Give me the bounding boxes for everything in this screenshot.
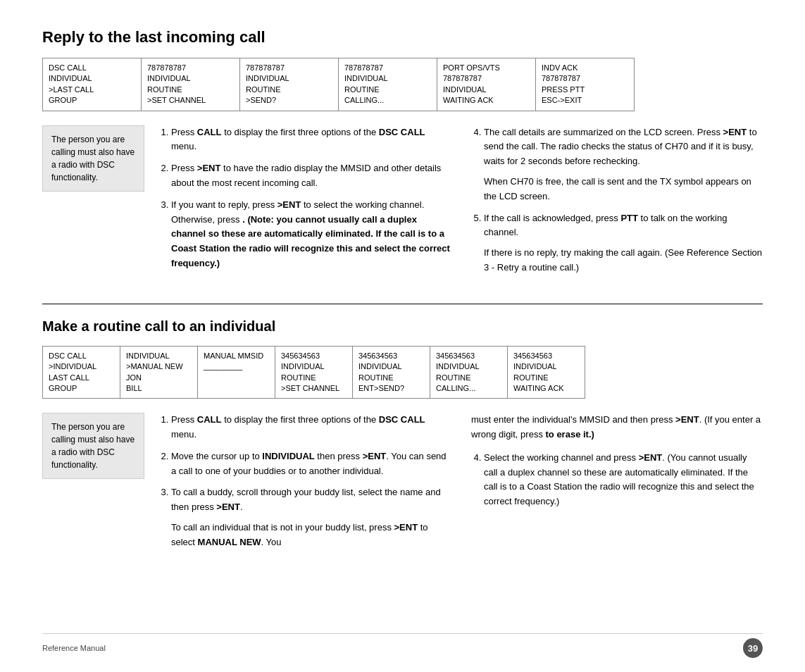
s2-step-1: Press CALL to display the first three op… bbox=[171, 413, 450, 442]
lcd-box-s1-3: 787878787 INDIVIDUAL ROUTINE CALLING... bbox=[339, 58, 437, 111]
section2-title: Make a routine call to an individual bbox=[42, 318, 763, 335]
s1-step-right-4-extra: When CH70 is free, the call is sent and … bbox=[484, 175, 763, 204]
s1-step-right-5: If the call is acknowledged, press PTT t… bbox=[484, 211, 763, 275]
section2-columns: Press CALL to display the first three op… bbox=[158, 413, 763, 556]
s1-step-3: If you want to reply, press >ENT to sele… bbox=[171, 198, 450, 271]
lcd-box-s1-2: 787878787 INDIVIDUAL ROUTINE >SEND? bbox=[240, 58, 339, 111]
lcd-box-s2-2: MANUAL MMSID _________ bbox=[198, 346, 275, 399]
lcd-box-s1-5: INDV ACK 787878787 PRESS PTT ESC->EXIT bbox=[536, 58, 635, 111]
footer-label: Reference Manual bbox=[42, 644, 106, 652]
page-footer: Reference Manual 39 bbox=[42, 633, 763, 658]
s1-step-right-5-extra: If there is no reply, try making the cal… bbox=[484, 246, 763, 275]
section1-title: Reply to the last incoming call bbox=[42, 28, 763, 46]
s1-step-1: Press CALL to display the first three op… bbox=[171, 125, 450, 155]
section1-lcd-row: DSC CALL INDIVIDUAL >LAST CALL GROUP7878… bbox=[42, 58, 763, 111]
section-reply: Reply to the last incoming call DSC CALL… bbox=[42, 28, 763, 282]
section-divider bbox=[42, 304, 763, 304]
s1-step-2: Press >ENT to have the radio display the… bbox=[171, 161, 450, 191]
lcd-box-s2-6: 345634563 INDIVIDUAL ROUTINE WAITING ACK bbox=[508, 346, 585, 399]
section1-columns: Press CALL to display the first three op… bbox=[158, 125, 763, 282]
lcd-box-s2-0: DSC CALL >INDIVIDUAL LAST CALL GROUP bbox=[43, 346, 120, 399]
lcd-box-s1-0: DSC CALL INDIVIDUAL >LAST CALL GROUP bbox=[43, 58, 142, 111]
section2-content: The person you are calling must also hav… bbox=[42, 413, 763, 556]
lcd-box-s2-3: 345634563 INDIVIDUAL ROUTINE >SET CHANNE… bbox=[275, 346, 353, 399]
s2-continuation: must enter the individual's MMSID and th… bbox=[471, 413, 763, 442]
section2-note: The person you are calling must also hav… bbox=[42, 413, 144, 479]
s2-step-4: Select the working channel and press >EN… bbox=[484, 451, 763, 509]
lcd-box-s1-1: 787878787 INDIVIDUAL ROUTINE >SET CHANNE… bbox=[142, 58, 240, 111]
section1-col-left: Press CALL to display the first three op… bbox=[158, 125, 450, 282]
section1-note: The person you are calling must also hav… bbox=[42, 125, 144, 192]
section2-col-left: Press CALL to display the first three op… bbox=[158, 413, 450, 556]
section-individual: Make a routine call to an individual DSC… bbox=[42, 318, 763, 557]
lcd-box-s2-1: INDIVIDUAL >MANUAL NEW JON BILL bbox=[120, 346, 198, 399]
s2-step-3-extra: To call an individual that is not in you… bbox=[171, 521, 450, 550]
lcd-box-s2-4: 345634563 INDIVIDUAL ROUTINE ENT>SEND? bbox=[353, 346, 430, 399]
s2-step-2: Move the cursor up to INDIVIDUAL then pr… bbox=[171, 449, 450, 479]
section2-col-right: must enter the individual's MMSID and th… bbox=[471, 413, 763, 556]
s2-step-3: To call a buddy, scroll through your bud… bbox=[171, 485, 450, 549]
lcd-box-s2-5: 345634563 INDIVIDUAL ROUTINE CALLING... bbox=[430, 346, 508, 399]
section1-content: The person you are calling must also hav… bbox=[42, 125, 763, 282]
s1-step-right-4: The call details are summarized on the L… bbox=[484, 125, 763, 204]
section2-lcd-row: DSC CALL >INDIVIDUAL LAST CALL GROUPINDI… bbox=[42, 346, 763, 399]
page-number: 39 bbox=[743, 638, 763, 658]
section1-col-right: The call details are summarized on the L… bbox=[471, 125, 763, 282]
lcd-box-s1-4: PORT OPS/VTS 787878787 INDIVIDUAL WAITIN… bbox=[437, 58, 536, 111]
